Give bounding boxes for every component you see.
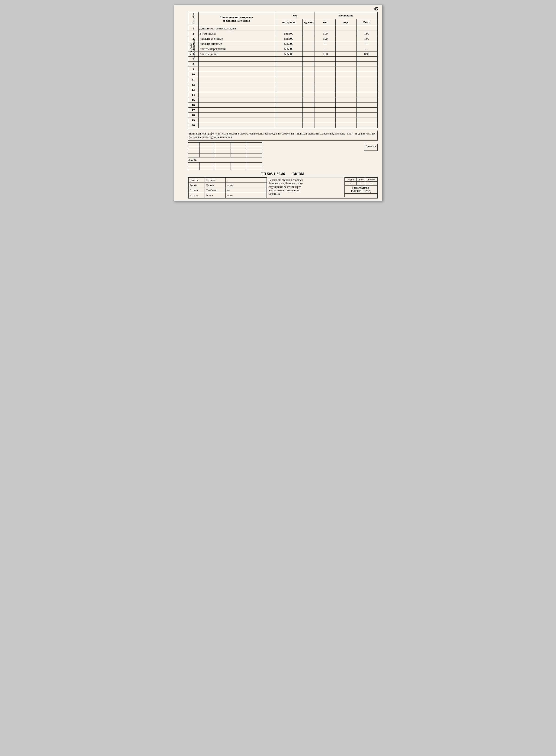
row-ed-5 <box>303 46 315 51</box>
row-name-8 <box>198 62 275 67</box>
sign-role: Нач.стд. <box>188 177 205 182</box>
title-line: марки ВК <box>269 192 343 196</box>
listov-val: I <box>365 181 377 185</box>
sign-panel: Нач.стд.Чесноков~Рук.гб.Цулков~/аааСт. и… <box>188 177 267 198</box>
row-number-16: 16 <box>188 103 199 108</box>
list-label: Лист <box>356 177 365 181</box>
row-tip-6: 0,90 <box>315 51 336 57</box>
row-vsego-13 <box>356 87 377 92</box>
row-tip-13 <box>315 87 336 92</box>
table-row: 5" плиты перекрытий585500—— <box>188 46 377 51</box>
subheader-materiala: материала <box>275 19 303 26</box>
row-name-5: " плиты перекрытий <box>198 46 275 51</box>
row-ind-9 <box>336 67 356 72</box>
header-name: Наименование материала и единица измерен… <box>198 12 275 26</box>
drawing-code-line: ТП 503-I-50.86 ВК.ВМ <box>188 172 378 176</box>
row-number-12: 12 <box>188 82 199 87</box>
row-name-4: " кольца опорные <box>198 41 275 46</box>
row-name-17 <box>198 108 275 113</box>
row-tip-4: — <box>315 41 336 46</box>
row-ind-5 <box>336 46 356 51</box>
row-number-19: 19 <box>188 118 199 123</box>
row-tip-16 <box>315 103 336 108</box>
row-code-1 <box>275 26 303 31</box>
row-number-13: 13 <box>188 87 199 92</box>
sign-table: Нач.стд.Чесноков~Рук.гб.Цулков~/аааСт. и… <box>188 177 267 198</box>
title-panel: Ведомость объемов сборныхбетонных и ж/бе… <box>267 177 377 198</box>
sign-signature: ~/е <box>225 188 267 193</box>
sign-row: Рук.гб.Цулков~/ааа <box>188 182 267 188</box>
table-row: 11 <box>188 77 377 82</box>
row-ind-19 <box>336 118 356 123</box>
row-ind-7 <box>336 57 356 62</box>
row-ed-12 <box>303 82 315 87</box>
row-vsego-10 <box>356 72 377 77</box>
table-row: 2В том числе:585500I,90I,90 <box>188 31 377 36</box>
table-row: 20 <box>188 123 377 128</box>
row-ed-1 <box>303 26 315 31</box>
row-code-7 <box>275 57 303 62</box>
sign-signature: ~ <box>225 177 267 182</box>
change-table <box>188 142 262 157</box>
row-vsego-3: I,00 <box>356 36 377 41</box>
row-ed-6 <box>303 51 315 57</box>
sign-row: Нач.стд.Чесноков~ <box>188 177 267 182</box>
row-ed-13 <box>303 87 315 92</box>
row-name-10 <box>198 72 275 77</box>
sign-name: Чесноков <box>205 177 225 182</box>
title-line: струкций по рабочим черте- <box>269 185 343 189</box>
row-ind-11 <box>336 77 356 82</box>
row-ind-8 <box>336 62 356 67</box>
sign-role: Ст. инж. <box>188 188 205 193</box>
table-row: 1Детали смотровых колодцев <box>188 26 377 31</box>
title-right-bottom: Ведомость объемов сборныхбетонных и ж/бе… <box>267 177 377 196</box>
side-label: 513-1-50.86 ТИПОВОЙ ПРОЕКТ <box>190 17 195 82</box>
drawing-code: ТП 503-I-50.86 <box>261 172 285 176</box>
row-code-17 <box>275 108 303 113</box>
table-row: 4" кольца опорные585500—— <box>188 41 377 46</box>
row-tip-2: I,90 <box>315 31 336 36</box>
row-vsego-4: — <box>356 41 377 46</box>
row-vsego-6: 0,90 <box>356 51 377 57</box>
row-code-16 <box>275 103 303 108</box>
row-number-20: 20 <box>188 123 199 128</box>
row-vsego-16 <box>356 103 377 108</box>
row-ed-4 <box>303 41 315 46</box>
row-name-20 <box>198 123 275 128</box>
row-number-15: 15 <box>188 97 199 103</box>
row-code-3: 585500 <box>275 36 303 41</box>
row-name-2: В том числе: <box>198 31 275 36</box>
table-row: 13 <box>188 87 377 92</box>
row-name-3: " кольца стеновые <box>198 36 275 41</box>
row-ind-15 <box>336 97 356 103</box>
row-number-18: 18 <box>188 113 199 118</box>
sign-role: И. полн. <box>188 193 205 198</box>
row-name-19 <box>198 118 275 123</box>
row-ed-16 <box>303 103 315 108</box>
row-name-13 <box>198 87 275 92</box>
row-name-14 <box>198 92 275 97</box>
row-code-10 <box>275 72 303 77</box>
row-code-20 <box>275 123 303 128</box>
row-tip-17 <box>315 108 336 113</box>
org-name: ГИПРОДРЕВ Г.ЛЕНИНГРАД <box>345 185 377 193</box>
row-ind-10 <box>336 72 356 77</box>
header-kolichestvo: Количество <box>315 12 377 19</box>
row-tip-7 <box>315 57 336 62</box>
meta-table: Стадия Лист Листов Р I I <box>345 177 377 194</box>
table-row: 3" кольца стеновые585500I,00I,00 <box>188 36 377 41</box>
header-nastroyki: Настройки <box>188 12 199 26</box>
table-row: 10 <box>188 72 377 77</box>
row-name-9 <box>198 67 275 72</box>
row-name-18 <box>198 113 275 118</box>
row-ed-7 <box>303 57 315 62</box>
row-name-1: Детали смотровых колодцев <box>198 26 275 31</box>
title-main-text: Ведомость объемов сборныхбетонных и ж/бе… <box>267 177 345 196</box>
row-code-9 <box>275 67 303 72</box>
table-row: 17 <box>188 108 377 113</box>
row-tip-14 <box>315 92 336 97</box>
stadiya-val: Р <box>345 181 356 185</box>
row-tip-18 <box>315 113 336 118</box>
row-ind-20 <box>336 123 356 128</box>
row-vsego-15 <box>356 97 377 103</box>
